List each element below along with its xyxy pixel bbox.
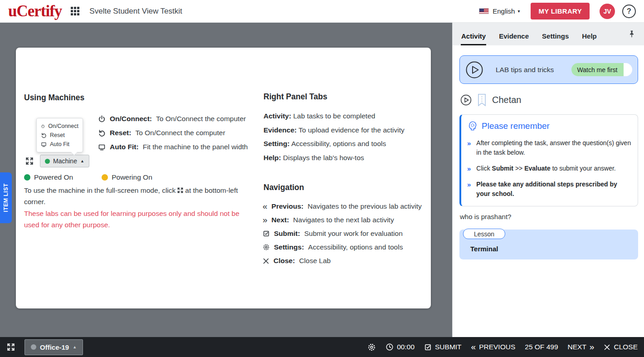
- right-panel-tabs-descriptions: Activity: Lab tasks to be completed Evid…: [263, 112, 405, 162]
- page-title: Svelte Student View Testkit: [89, 7, 182, 16]
- narrator-row: Chetan: [460, 93, 522, 107]
- amber-status-dot: [102, 174, 108, 181]
- tab-help[interactable]: Help: [581, 26, 597, 45]
- remember-title: Please remember: [482, 121, 550, 131]
- narrator-name: Chetan: [492, 95, 522, 105]
- machine-dropdown-button[interactable]: Machine ▲: [40, 155, 89, 167]
- menu-item-label: On/Connect: [48, 123, 78, 129]
- autofit-icon: [41, 142, 47, 147]
- pin-icon[interactable]: [628, 30, 636, 38]
- mind-icon: [467, 121, 478, 131]
- ribbon-bookmark-icon: [478, 93, 486, 107]
- power-icon: [41, 123, 45, 129]
- language-selector[interactable]: English ▾: [493, 7, 520, 15]
- list-item: Submit:Submit your work for evaluation: [263, 230, 422, 238]
- item-list-label: ITEM LIST: [3, 183, 9, 212]
- lesson-item-terminal[interactable]: Terminal: [470, 245, 498, 253]
- my-library-button[interactable]: MY LIBRARY: [531, 3, 590, 20]
- remember-bullet: » Click Submit >> Evaluate to submit you…: [467, 164, 631, 173]
- tab-activity[interactable]: Activity: [461, 26, 486, 45]
- machine-actions-descriptions: On/Connect: To On/Connect the computer R…: [98, 115, 248, 151]
- menu-item-label: Reset: [50, 132, 65, 138]
- tab-evidence[interactable]: Evidence: [498, 26, 529, 45]
- us-flag-icon: [479, 8, 489, 14]
- machine-button-label: Machine: [53, 157, 77, 165]
- tab-settings[interactable]: Settings: [542, 26, 569, 45]
- remember-bullet: » After completing the task, answer the …: [467, 138, 631, 157]
- menu-item-label: Auto Fit: [50, 141, 69, 147]
- ucertify-logo: uCertify: [8, 3, 62, 19]
- fullscreen-note: To use the machine in the full-screen mo…: [24, 185, 249, 207]
- list-item: Auto Fit: Fit the machine to the panel w…: [98, 143, 248, 151]
- play-circle-icon[interactable]: [465, 61, 483, 79]
- lesson-content-card: Using Machines On/Connect Reset Auto Fit…: [16, 48, 431, 308]
- clock-icon: [385, 343, 394, 351]
- autofit-icon: [98, 143, 106, 151]
- machine-menu-popup: On/Connect Reset Auto Fit: [36, 118, 83, 152]
- chevrons-left-icon: «: [471, 342, 476, 352]
- expand-icon[interactable]: [25, 156, 34, 166]
- close-icon: [263, 258, 269, 264]
- legend-powered-on: Powered On: [24, 173, 73, 181]
- legend-powering-on: Powering On: [102, 173, 152, 181]
- machine-status-dot: [31, 344, 36, 350]
- caret-down-icon: ▾: [517, 9, 520, 14]
- close-icon: [604, 344, 610, 351]
- menu-item-auto-fit[interactable]: Auto Fit: [41, 140, 78, 149]
- apps-grid-icon[interactable]: [71, 7, 79, 15]
- reset-icon: [41, 132, 47, 138]
- menu-item-reset[interactable]: Reset: [41, 131, 78, 140]
- usage-warning-text: These labs can be used for learning purp…: [24, 208, 243, 230]
- next-button[interactable]: NEXT »: [568, 342, 595, 352]
- user-avatar[interactable]: JV: [600, 4, 615, 19]
- power-status-legend: Powered On Powering On: [24, 173, 152, 181]
- right-panel-tabs-heading: Right Panel Tabs: [263, 92, 327, 102]
- list-item: Reset: To On/Connect the computer: [98, 129, 248, 137]
- watch-me-first-button[interactable]: Watch me first: [571, 63, 632, 76]
- lesson-tab[interactable]: Lesson: [463, 229, 505, 239]
- navigation-heading: Navigation: [263, 183, 304, 192]
- close-button[interactable]: CLOSE: [604, 343, 638, 351]
- lab-tips-card: LAB tips and tricks Watch me first: [459, 55, 638, 84]
- chevrons-bullet-icon: »: [467, 138, 471, 157]
- submit-checkbox-icon: [424, 343, 432, 351]
- navigation-descriptions: « Previous:Navigates to the previous lab…: [263, 202, 422, 265]
- submit-checkbox-icon: [263, 230, 270, 237]
- list-item: On/Connect: To On/Connect the computer: [98, 115, 248, 123]
- play-circle-icon[interactable]: [460, 94, 472, 106]
- caret-up-icon: ▲: [73, 345, 77, 349]
- list-item: Evidence: To upload evidence for the act…: [263, 126, 405, 134]
- machine-selector-button[interactable]: Office-19 ▲: [24, 339, 83, 355]
- gear-icon: [263, 244, 270, 251]
- machine-name: Office-19: [40, 343, 69, 351]
- task-question: who is prashant?: [460, 213, 511, 220]
- list-item: Help: Displays the lab's how-tos: [263, 154, 405, 162]
- item-list-tab[interactable]: ITEM LIST: [0, 172, 12, 223]
- expand-icon: [177, 187, 184, 194]
- power-icon: [98, 115, 106, 123]
- submit-button[interactable]: SUBMIT: [424, 343, 462, 351]
- list-item: Settings:Accessibility, options and tool…: [263, 243, 422, 251]
- chevrons-right-icon: »: [590, 342, 595, 352]
- gear-icon[interactable]: [367, 343, 376, 352]
- please-remember-box: Please remember » After completing the t…: [459, 114, 638, 206]
- lab-timer: 00:00: [385, 343, 415, 351]
- green-status-dot: [24, 174, 30, 181]
- previous-button[interactable]: « PREVIOUS: [471, 342, 516, 352]
- list-item: » Next:Navigates to the next lab activit…: [263, 216, 422, 224]
- using-machines-heading: Using Machines: [24, 93, 84, 103]
- chevrons-bullet-icon: »: [467, 164, 471, 173]
- list-item: « Previous:Navigates to the previous lab…: [263, 202, 422, 210]
- machine-status-dot: [45, 159, 50, 164]
- reset-icon: [98, 129, 106, 137]
- chevrons-bullet-icon: »: [467, 180, 471, 199]
- caret-up-icon: ▲: [80, 159, 84, 163]
- chevrons-left-icon: «: [263, 203, 268, 210]
- menu-item-on-connect[interactable]: On/Connect: [41, 122, 78, 131]
- chevrons-right-icon: »: [263, 217, 268, 223]
- lesson-panel: Lesson Terminal: [459, 230, 638, 259]
- help-icon[interactable]: ?: [622, 5, 636, 18]
- list-item: Activity: Lab tasks to be completed: [263, 112, 405, 120]
- right-panel-tab-bar: Activity Evidence Settings Help: [453, 23, 644, 45]
- expand-icon[interactable]: [6, 342, 15, 352]
